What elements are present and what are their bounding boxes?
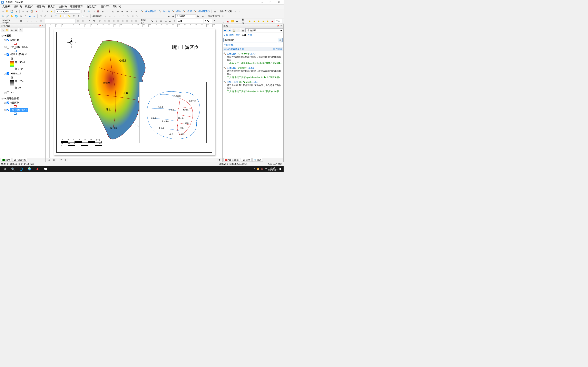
dataframe-new[interactable]: 新建数据框 bbox=[6, 97, 19, 100]
dataframe-layers[interactable]: 图层 bbox=[6, 34, 12, 38]
zoom-in-icon[interactable]: 🔍 bbox=[1, 14, 5, 18]
layer-cb-hillshade[interactable] bbox=[7, 72, 9, 75]
options-icon[interactable]: ⚙ bbox=[18, 28, 23, 33]
result-item[interactable]: 山体阴影 (3D Analyst) (工具) 通过考虑光照源的角度和阴影，根据表… bbox=[223, 51, 283, 66]
union-icon[interactable]: ⬘ bbox=[125, 9, 129, 13]
close-icon[interactable]: ✕ bbox=[280, 25, 283, 27]
html-popup-icon[interactable]: 💬 bbox=[63, 14, 67, 18]
tray-ime[interactable]: 中 bbox=[265, 167, 267, 170]
map-canvas[interactable]: 1234567891011121314151617181920212223242… bbox=[45, 24, 222, 162]
find-icon[interactable]: ⚲ bbox=[72, 14, 76, 18]
menu-view[interactable]: 视图(V) bbox=[24, 4, 35, 9]
tab-data[interactable]: 数据 bbox=[236, 33, 240, 36]
scope-filter[interactable]: 任何范围 ▾ bbox=[223, 43, 283, 47]
open-button[interactable]: 📂 bbox=[5, 9, 9, 13]
scale-combo[interactable] bbox=[56, 9, 80, 13]
snapping2-icon[interactable]: ⊞ bbox=[92, 19, 96, 23]
layer-5county-2[interactable]: 5县区划 bbox=[10, 101, 20, 105]
close-icon[interactable]: ✕ bbox=[42, 25, 44, 27]
menu-insert[interactable]: 插入(I) bbox=[46, 4, 57, 9]
menu-window[interactable]: 窗口(W) bbox=[99, 4, 111, 9]
maximize-button[interactable]: ☐ bbox=[267, 0, 275, 4]
inset-map[interactable]: 若尔盖县 九寨沟县 阿坝县 红原县 松潘县 壤塘县 马尔康市 黑水县 茂县 金川… bbox=[139, 82, 207, 143]
tab-all[interactable]: 全部 bbox=[223, 33, 228, 36]
select-features-icon[interactable]: ⬚ bbox=[39, 14, 43, 18]
tray-clock[interactable]: 15:15 2021/9/27 bbox=[268, 167, 278, 171]
list-by-selection-icon[interactable]: ▦ bbox=[14, 28, 18, 33]
buffer-icon[interactable]: ◎ bbox=[116, 9, 120, 13]
sort-by[interactable]: 排序方式 bbox=[273, 48, 282, 51]
hammer-icon[interactable]: 🔨 bbox=[140, 9, 144, 13]
carto-rep-label[interactable]: 制图表达(A) bbox=[219, 10, 233, 13]
menu-file[interactable]: 文件(F) bbox=[1, 4, 12, 9]
na-window-icon[interactable]: ▦ bbox=[19, 19, 23, 23]
reclassify-label[interactable]: 重分类 bbox=[162, 10, 171, 13]
network-analyst-menu[interactable]: Network Analyst bbox=[1, 19, 18, 24]
layout-page[interactable]: 岷江上游区位 N S W E bbox=[54, 29, 215, 155]
next-extent-icon[interactable]: ➡ bbox=[32, 14, 36, 18]
menu-customize[interactable]: 自定义(C) bbox=[85, 4, 99, 9]
prev-extent-icon[interactable]: ⬅ bbox=[28, 14, 32, 18]
tab-images[interactable]: 图像 bbox=[248, 33, 252, 36]
dd-name-combo[interactable] bbox=[175, 14, 196, 18]
dissolve-icon[interactable]: ⊟ bbox=[134, 9, 138, 13]
back-icon[interactable]: ⬅ bbox=[223, 28, 227, 33]
recorder-icon[interactable]: ⏺ bbox=[34, 166, 41, 172]
tab-catalog[interactable]: 🗂目录 bbox=[241, 158, 251, 162]
clip-icon[interactable]: ◧ bbox=[111, 9, 115, 13]
close-button[interactable]: ✕ bbox=[275, 0, 283, 4]
label-tool4-icon[interactable]: ◆ bbox=[261, 19, 265, 23]
bold-button[interactable]: B bbox=[212, 19, 216, 23]
layer-5county[interactable]: 5县区划 bbox=[10, 38, 20, 42]
arcmap-icon[interactable]: 🌍 bbox=[25, 166, 33, 172]
erase-label[interactable]: 擦除 bbox=[176, 10, 182, 13]
symbol-pro-aba-2[interactable] bbox=[14, 113, 17, 115]
layer-pro-aba[interactable]: Pro_阿坝州区县 bbox=[10, 45, 28, 49]
pause-icon[interactable]: ⏸ bbox=[64, 158, 68, 162]
pan-icon[interactable]: ✋ bbox=[10, 14, 14, 18]
layer-cb-5county-2[interactable] bbox=[7, 101, 9, 104]
add-data-button[interactable]: ◆ bbox=[49, 9, 53, 13]
layout-view-icon[interactable]: ▦ bbox=[52, 158, 56, 162]
undo-button[interactable]: ↶ bbox=[40, 9, 44, 13]
menu-bookmarks[interactable]: 书签(B) bbox=[35, 4, 46, 9]
na-layer-combo[interactable] bbox=[45, 19, 76, 23]
north-arrow[interactable]: N S W E bbox=[66, 37, 76, 50]
layer-cb-5county[interactable] bbox=[7, 39, 9, 42]
tray-notifications-icon[interactable]: 💬 bbox=[279, 168, 282, 170]
georef-icon[interactable]: ▦ bbox=[213, 9, 217, 13]
symbol-pro-aba[interactable] bbox=[14, 50, 17, 52]
forward-icon[interactable]: ➡ bbox=[227, 28, 232, 33]
scroll-left-icon[interactable]: ◀ bbox=[217, 158, 221, 162]
save-button[interactable]: 💾 bbox=[10, 9, 14, 13]
layer-pro-aba-2[interactable]: Pro_阿坝州区县 bbox=[10, 108, 28, 112]
tab-results[interactable]: ▦结果 bbox=[1, 158, 11, 162]
layer-cb-minjiang[interactable] bbox=[7, 53, 9, 56]
options-icon[interactable]: ▤ bbox=[241, 28, 245, 33]
tray-chevron-icon[interactable]: ^ bbox=[254, 168, 255, 170]
layer-cb-aba[interactable] bbox=[7, 91, 9, 94]
modelbuilder-icon[interactable]: ▭ bbox=[105, 9, 109, 13]
rotate-element-icon[interactable]: ↻ bbox=[155, 19, 159, 23]
new-text-icon[interactable]: A bbox=[168, 19, 172, 23]
tab-toc[interactable]: 🗂内容列表 bbox=[12, 158, 27, 162]
tab-arctoolbox[interactable]: 🧰ArcToolbox bbox=[223, 158, 240, 161]
result-item[interactable]: 山体阴影 (空间分析) (工具) 通过考虑光照源的角度和阴影，根据表面栅格创建地… bbox=[223, 66, 283, 80]
search-input[interactable] bbox=[223, 38, 277, 42]
menu-geoprocessing[interactable]: 地理处理(G) bbox=[68, 4, 85, 9]
extract-by-mask-label[interactable]: 按掩膜提取 bbox=[145, 10, 157, 13]
refresh-icon[interactable]: ⟳ bbox=[59, 158, 63, 162]
pin-icon[interactable]: 📌 bbox=[277, 25, 279, 27]
underline-button[interactable]: U bbox=[221, 19, 225, 23]
time-slider-icon[interactable]: 🕐 bbox=[81, 14, 85, 18]
identify-icon[interactable]: ⓘ bbox=[54, 14, 58, 18]
font-color-button[interactable]: A bbox=[226, 19, 230, 23]
hyperlink-icon[interactable]: ⚡ bbox=[58, 14, 62, 18]
catalog-icon[interactable]: 🗂 bbox=[91, 9, 95, 13]
dd-last-icon[interactable]: ⏭ bbox=[201, 14, 205, 18]
label-menu[interactable]: 标注 bbox=[241, 18, 247, 24]
fixed-zoom-out-icon[interactable]: ⊖ bbox=[23, 14, 27, 18]
pin-icon[interactable]: 📌 bbox=[38, 25, 41, 27]
symbol-5county-2[interactable] bbox=[14, 105, 17, 108]
quick-combo[interactable] bbox=[275, 19, 283, 23]
